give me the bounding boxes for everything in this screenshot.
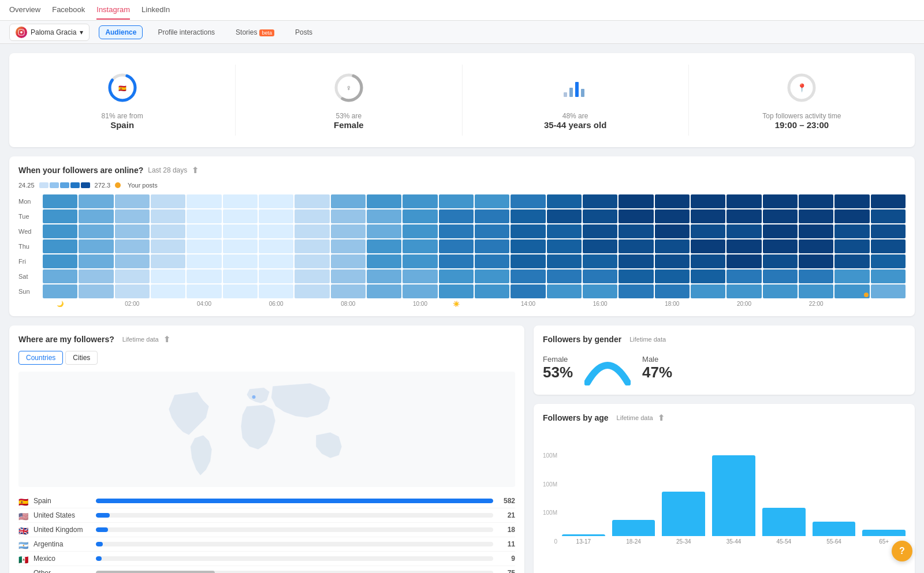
heatmap-cell xyxy=(367,209,401,223)
tab-profile-interactions[interactable]: Profile interactions xyxy=(152,26,221,39)
heatmap-cell xyxy=(871,224,906,238)
heatmap-cell xyxy=(619,269,653,283)
summary-card-location: 🇪🇸 81% are from Spain xyxy=(9,65,236,136)
age-label: 65+ xyxy=(879,538,889,545)
age-bar xyxy=(862,530,906,536)
heatmap-cell xyxy=(295,269,329,283)
heatmap-cell xyxy=(691,269,725,283)
heatmap-cell xyxy=(115,224,150,238)
tab-cities[interactable]: Cities xyxy=(65,351,98,365)
heatmap-cell xyxy=(871,209,906,223)
gender-value: Female xyxy=(334,120,364,130)
heatmap-cell xyxy=(547,209,582,223)
age-export-icon[interactable]: ⬆ xyxy=(658,413,665,422)
heatmap-cell xyxy=(475,269,509,283)
country-row: 🇲🇽Mexico9 xyxy=(18,552,515,566)
heatmap-cell xyxy=(547,254,582,268)
tab-stories[interactable]: Storiesbeta xyxy=(230,26,280,39)
country-count: 582 xyxy=(498,497,515,505)
heatmap-cell xyxy=(295,284,329,298)
heatmap-cell xyxy=(151,269,185,283)
nav-facebook[interactable]: Facebook xyxy=(52,1,85,20)
age-label: 45-54 xyxy=(776,538,791,545)
nav-linkedin[interactable]: LinkedIn xyxy=(141,1,170,20)
heatmap-cell xyxy=(691,209,725,223)
location-circle: 🇪🇸 xyxy=(105,70,140,105)
tab-countries[interactable]: Countries xyxy=(18,351,63,365)
heatmap-cell xyxy=(799,269,833,283)
account-selector[interactable]: Paloma Gracia ▾ xyxy=(9,24,90,41)
heatmap-cell xyxy=(259,239,293,253)
export-icon[interactable]: ⬆ xyxy=(192,166,199,175)
heatmap-cell xyxy=(367,254,401,268)
svg-text:♀: ♀ xyxy=(346,83,352,92)
heatmap-cell xyxy=(223,209,258,223)
heatmap-cell xyxy=(511,284,545,298)
female-stat: Female 53% xyxy=(543,355,573,381)
heatmap-cell xyxy=(583,269,617,283)
heatmap-cell xyxy=(726,269,761,283)
nav-overview[interactable]: Overview xyxy=(9,1,40,20)
help-button[interactable]: ? xyxy=(892,541,912,561)
heatmap-cell xyxy=(79,209,113,223)
tab-audience[interactable]: Audience xyxy=(99,25,143,39)
heatmap-day-label: Fri xyxy=(18,254,42,268)
heatmap-cell xyxy=(367,194,401,208)
heatmap-day-label: Mon xyxy=(18,194,42,208)
heatmap-cell xyxy=(583,239,617,253)
heatmap-day-label: Sat xyxy=(18,269,42,283)
heatmap-day-label: Tue xyxy=(18,209,42,223)
svg-rect-12 xyxy=(581,89,584,97)
heatmap-cell xyxy=(547,284,582,298)
tab-posts[interactable]: Posts xyxy=(289,26,318,39)
summary-card-age: 48% are 35-44 years old xyxy=(463,65,689,136)
svg-rect-9 xyxy=(564,92,567,97)
heatmap-cell xyxy=(799,224,833,238)
heatmap-cell xyxy=(295,239,329,253)
heatmap-cell xyxy=(655,194,690,208)
age-bar-col: 65+ xyxy=(862,452,906,545)
heatmap-cell xyxy=(403,269,437,283)
heatmap-cell xyxy=(655,269,690,283)
heatmap-cell xyxy=(151,254,185,268)
age-bar xyxy=(813,522,856,536)
heatmap-cell xyxy=(655,224,690,238)
heatmap-time-label: 14:00 xyxy=(511,301,545,307)
country-count: 18 xyxy=(498,526,515,534)
heatmap-cell xyxy=(43,209,77,223)
heatmap-cell xyxy=(403,209,437,223)
nav-instagram[interactable]: Instagram xyxy=(96,1,130,20)
country-row: 🇦🇷Argentina11 xyxy=(18,537,515,552)
age-y-100m-top: 100M xyxy=(543,452,557,459)
heatmap-cell xyxy=(259,209,293,223)
gender-label: 53% are xyxy=(336,112,362,120)
heatmap-cell xyxy=(439,269,474,283)
heatmap-time-label: ☀️ xyxy=(439,301,474,307)
gender-card: Followers by gender Lifetime data Female… xyxy=(534,325,915,395)
heatmap-cell xyxy=(726,209,761,223)
heatmap-cell xyxy=(151,284,185,298)
country-count: 75 xyxy=(498,569,515,573)
heatmap-time-label xyxy=(151,301,185,307)
heatmap-cell xyxy=(115,269,150,283)
age-label: 55-64 xyxy=(826,538,841,545)
heatmap-cell xyxy=(834,254,869,268)
heatmap-cell xyxy=(691,284,725,298)
age-y-0: 0 xyxy=(543,538,557,545)
heatmap-cell xyxy=(115,209,150,223)
heatmap-cell xyxy=(619,194,653,208)
heatmap-cell xyxy=(187,284,221,298)
country-list: 🇪🇸Spain582🇺🇸United States21🇬🇧United King… xyxy=(18,494,515,573)
activity-label: Top followers activity time xyxy=(762,112,841,120)
heatmap-cell xyxy=(475,284,509,298)
followers-export-icon[interactable]: ⬆ xyxy=(163,335,170,344)
heatmap-cell xyxy=(439,284,474,298)
age-value: 35-44 years old xyxy=(544,120,606,130)
heatmap-cell xyxy=(295,224,329,238)
heatmap-cell xyxy=(79,224,113,238)
heatmap-time-label: 22:00 xyxy=(799,301,833,307)
heatmap-cell xyxy=(619,224,653,238)
heatmap-cell xyxy=(187,209,221,223)
heatmap-cell xyxy=(619,209,653,223)
summary-card-activity: 📍 Top followers activity time 19:00 – 23… xyxy=(689,65,915,136)
